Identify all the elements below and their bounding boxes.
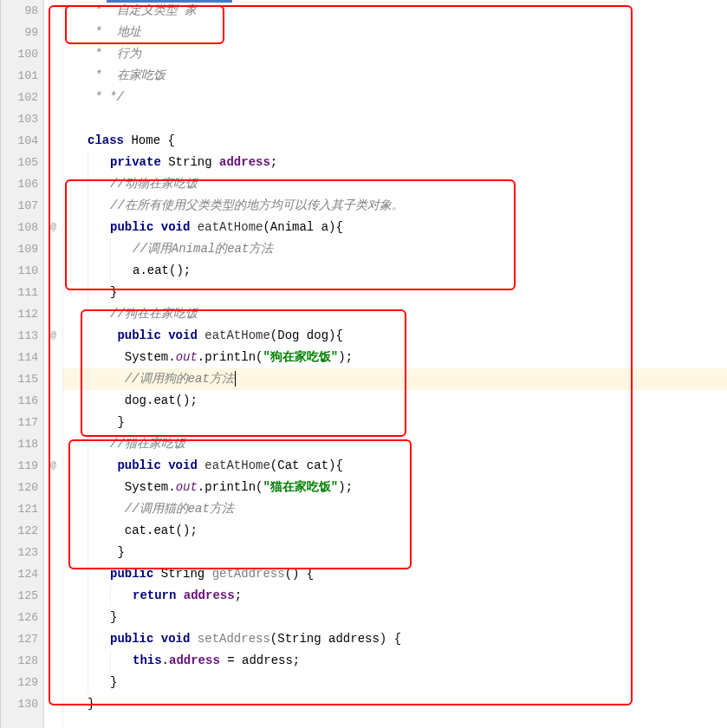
code-row[interactable]: * */ <box>63 87 727 108</box>
line-number: 111 <box>1 282 38 303</box>
line-number: 120 <box>1 477 38 498</box>
code-row[interactable]: //调用Animal的eat方法 <box>63 238 727 260</box>
code-row[interactable]: public void eatAtHome(Dog dog){ <box>63 325 727 347</box>
code-row[interactable]: } <box>63 282 727 303</box>
code-row[interactable]: return address; <box>63 585 727 607</box>
line-number: 102 <box>1 87 38 108</box>
code-row[interactable]: //在所有使用父类类型的地方均可以传入其子类对象。 <box>63 195 727 217</box>
line-number: 129 <box>1 672 38 693</box>
line-number: 109 <box>1 238 38 260</box>
line-number: 99 <box>1 22 38 43</box>
code-row[interactable]: System.out.println("狗在家吃饭"); <box>63 347 727 368</box>
code-row[interactable]: * 行为 <box>63 43 727 65</box>
code-editor[interactable]: 98 99 100 101 102 103 104 105 106 107 10… <box>0 0 727 728</box>
code-row[interactable]: //猫在家吃饭 <box>63 433 727 455</box>
line-number: 116 <box>1 390 38 412</box>
code-row[interactable]: } <box>63 672 727 693</box>
line-number: 115 <box>1 368 38 390</box>
code-row[interactable]: System.out.println("猫在家吃饭"); <box>63 477 727 498</box>
override-mark-icon[interactable]: @ <box>44 217 62 238</box>
line-number: 105 <box>1 152 38 173</box>
code-row[interactable]: public String getAddress() { <box>63 563 727 585</box>
gutter-marks: @ @ @ <box>44 0 63 728</box>
line-number: 127 <box>1 628 38 650</box>
active-tab-indicator <box>107 0 232 3</box>
line-number: 103 <box>1 108 38 130</box>
code-row[interactable] <box>63 108 727 130</box>
code-row[interactable]: public void eatAtHome(Animal a){ <box>63 217 727 238</box>
override-mark-icon[interactable]: @ <box>44 455 62 477</box>
line-number: 106 <box>1 173 38 195</box>
code-row[interactable]: //狗在在家吃饭 <box>63 303 727 325</box>
line-number: 100 <box>1 43 38 65</box>
line-number: 123 <box>1 542 38 563</box>
line-number: 119 <box>1 455 38 477</box>
code-content[interactable]: * 自定义类型 家 * 地址 * 行为 * 在家吃饭 * */ class Ho… <box>63 0 727 728</box>
line-number: 101 <box>1 65 38 87</box>
code-row[interactable]: dog.eat(); <box>63 390 727 412</box>
line-number: 124 <box>1 563 38 585</box>
editor-tabbar <box>0 0 727 3</box>
code-row[interactable]: //动物在家吃饭 <box>63 173 727 195</box>
code-row[interactable]: this.address = address; <box>63 650 727 672</box>
line-number: 126 <box>1 607 38 628</box>
code-row[interactable]: * 地址 <box>63 22 727 43</box>
line-number: 113 <box>1 325 38 347</box>
line-number: 110 <box>1 260 38 282</box>
line-number: 104 <box>1 130 38 152</box>
code-row[interactable]: public void eatAtHome(Cat cat){ <box>63 455 727 477</box>
code-row[interactable]: } <box>63 542 727 563</box>
override-mark-icon[interactable]: @ <box>44 325 62 347</box>
code-row[interactable]: public void setAddress(String address) { <box>63 628 727 650</box>
code-row[interactable]: } <box>63 412 727 433</box>
line-number: 130 <box>1 693 38 715</box>
code-row[interactable]: } <box>63 693 727 715</box>
code-row[interactable]: private String address; <box>63 152 727 173</box>
line-number: 117 <box>1 412 38 433</box>
line-number: 121 <box>1 498 38 520</box>
line-number: 128 <box>1 650 38 672</box>
line-number: 108 <box>1 217 38 238</box>
line-number: 118 <box>1 433 38 455</box>
code-row-active[interactable]: //调用狗的eat方法 <box>63 368 727 390</box>
code-row[interactable]: cat.eat(); <box>63 520 727 542</box>
line-number-gutter: 98 99 100 101 102 103 104 105 106 107 10… <box>1 0 44 728</box>
code-row[interactable]: class Home { <box>63 130 727 152</box>
code-row[interactable]: //调用猫的eat方法 <box>63 498 727 520</box>
line-number: 114 <box>1 347 38 368</box>
line-number: 107 <box>1 195 38 217</box>
code-row[interactable]: a.eat(); <box>63 260 727 282</box>
code-row[interactable]: * 在家吃饭 <box>63 65 727 87</box>
line-number: 122 <box>1 520 38 542</box>
line-number: 125 <box>1 585 38 607</box>
code-row[interactable]: } <box>63 607 727 628</box>
line-number: 112 <box>1 303 38 325</box>
text-caret <box>235 371 236 387</box>
